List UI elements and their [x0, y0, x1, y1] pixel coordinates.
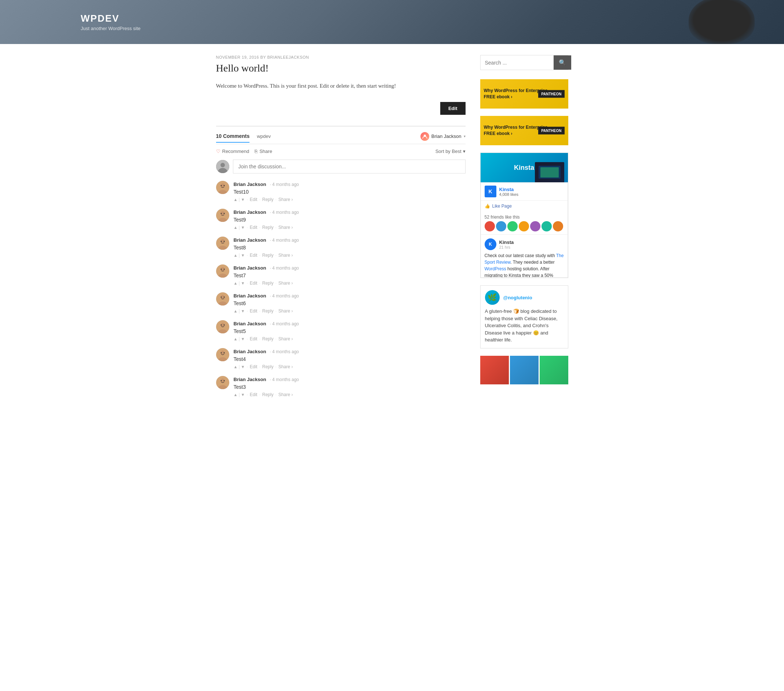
comments-header: 10 Comments wpdev Brian Jackson ▾: [216, 132, 466, 144]
downvote-btn-6[interactable]: ▼: [241, 365, 245, 369]
share-link-6[interactable]: Share ›: [278, 364, 293, 369]
svg-point-17: [221, 268, 222, 270]
fb-laptop-image: [535, 162, 564, 182]
reply-link-5[interactable]: Reply: [262, 336, 274, 341]
chevron-down-icon[interactable]: ▾: [464, 134, 466, 138]
comment-item: Brian Jackson · 4 months ago Test9 ▲ | ▼…: [216, 209, 466, 230]
edit-link-4[interactable]: Edit: [250, 308, 257, 314]
search-box: 🔍: [480, 55, 568, 70]
svg-point-21: [221, 296, 222, 298]
comment-time-7: · 4 months ago: [270, 377, 299, 382]
reply-link-3[interactable]: Reply: [262, 281, 274, 286]
reply-link-4[interactable]: Reply: [262, 308, 274, 314]
edit-link-7[interactable]: Edit: [250, 392, 257, 397]
comment-item: Brian Jackson · 4 months ago Test10 ▲ | …: [216, 181, 466, 202]
downvote-btn-2[interactable]: ▼: [241, 253, 245, 257]
comment-actions-4: ▲ | ▼ · Edit · Reply · Share ›: [234, 308, 466, 314]
fb-friend-av-4: [519, 221, 529, 232]
comment-body-1: Brian Jackson · 4 months ago Test9 ▲ | ▼…: [234, 209, 466, 230]
edit-link-1[interactable]: Edit: [250, 225, 257, 230]
upvote-btn-4[interactable]: ▲: [234, 309, 238, 313]
edit-button[interactable]: Edit: [440, 102, 466, 115]
share-link-5[interactable]: Share ›: [278, 336, 293, 341]
downvote-btn-7[interactable]: ▼: [241, 392, 245, 397]
reply-link-2[interactable]: Reply: [262, 253, 274, 258]
share-link-3[interactable]: Share ›: [278, 281, 293, 286]
ad-banner-1[interactable]: Why WordPress for EnterpriseFREE ebook ›…: [480, 79, 568, 109]
post-article: NOVEMBER 19, 2016 BY BRIANLEEJACKSON Hel…: [216, 55, 466, 91]
comments-action-left: ♡ Recommend ⎘ Share: [216, 148, 272, 154]
search-button[interactable]: 🔍: [553, 55, 571, 70]
edit-link-3[interactable]: Edit: [250, 281, 257, 286]
downvote-btn-3[interactable]: ▼: [241, 281, 245, 285]
edit-link-0[interactable]: Edit: [250, 197, 257, 202]
sort-button[interactable]: Sort by Best ▾: [435, 148, 466, 154]
comment-text-3: Test7: [234, 273, 466, 278]
twitter-text: A gluten-free 🍞 blog dedicated to helpin…: [485, 308, 563, 344]
edit-link-2[interactable]: Edit: [250, 253, 257, 258]
share-link-0[interactable]: Share ›: [278, 197, 293, 202]
edit-link-6[interactable]: Edit: [250, 364, 257, 369]
share-link-4[interactable]: Share ›: [278, 308, 293, 314]
recommend-button[interactable]: ♡ Recommend: [216, 148, 249, 154]
grid-image-2[interactable]: [510, 356, 539, 384]
comment-body-4: Brian Jackson · 4 months ago Test6 ▲ | ▼…: [234, 292, 466, 314]
edit-link-5[interactable]: Edit: [250, 336, 257, 341]
twitter-handle[interactable]: @noglutenio: [503, 295, 532, 300]
pantheon-label-1: PANTHEON: [541, 92, 561, 96]
downvote-btn-1[interactable]: ▼: [241, 225, 245, 230]
svg-point-30: [223, 352, 224, 353]
upvote-btn-6[interactable]: ▲: [234, 365, 238, 369]
svg-point-9: [221, 213, 222, 214]
svg-point-29: [221, 352, 222, 353]
comment-avatar-5: [216, 320, 229, 333]
comment-actions-7: ▲ | ▼ · Edit · Reply · Share ›: [234, 392, 466, 397]
downvote-btn-4[interactable]: ▼: [241, 309, 245, 313]
reply-link-1[interactable]: Reply: [262, 225, 274, 230]
fb-poster-name: Kinsta: [499, 240, 514, 245]
share-link-1[interactable]: Share ›: [278, 225, 293, 230]
upvote-btn-2[interactable]: ▲: [234, 253, 238, 257]
upvote-btn-0[interactable]: ▲: [234, 197, 238, 202]
post-meta: NOVEMBER 19, 2016 BY BRIANLEEJACKSON: [216, 55, 466, 59]
grid-image-3[interactable]: [540, 356, 568, 384]
fb-likes: 4,008 likes: [499, 192, 519, 197]
grid-image-1[interactable]: [480, 356, 509, 384]
twitter-header: 🌿 @noglutenio: [485, 290, 563, 305]
user-avatar: [420, 132, 429, 141]
comment-time-6: · 4 months ago: [270, 349, 299, 354]
comment-author-2: Brian Jackson: [234, 237, 266, 243]
svg-point-14: [223, 240, 224, 242]
fb-scrollable[interactable]: K Kinsta 4,008 likes 👍 Like Page 52 frie…: [481, 182, 568, 278]
upvote-btn-1[interactable]: ▲: [234, 225, 238, 230]
upvote-btn-7[interactable]: ▲: [234, 392, 238, 397]
sport-review-link[interactable]: The Sport Review: [485, 253, 564, 265]
reply-link-7[interactable]: Reply: [262, 392, 274, 397]
comment-avatar-1: [216, 209, 229, 222]
reply-link-6[interactable]: Reply: [262, 364, 274, 369]
share-link-7[interactable]: Share ›: [278, 392, 293, 397]
fb-like-button[interactable]: 👍 Like Page: [485, 204, 564, 209]
share-button[interactable]: ⎘ Share: [255, 148, 272, 154]
downvote-btn-0[interactable]: ▼: [241, 197, 245, 202]
svg-point-6: [223, 185, 224, 186]
svg-point-5: [221, 185, 222, 186]
fb-post-time: 21 hrs: [499, 245, 514, 249]
twitter-avatar: 🌿: [485, 290, 500, 305]
comment-text-1: Test9: [234, 217, 466, 223]
comments-count: 10 Comments: [216, 133, 250, 143]
upvote-btn-5[interactable]: ▲: [234, 337, 238, 341]
comment-input[interactable]: [233, 160, 466, 173]
upvote-btn-3[interactable]: ▲: [234, 281, 238, 285]
downvote-btn-5[interactable]: ▼: [241, 337, 245, 341]
reply-link-0[interactable]: Reply: [262, 197, 274, 202]
fb-page-name: Kinsta: [499, 187, 519, 192]
search-input[interactable]: [481, 55, 553, 70]
wordpress-link[interactable]: WordPress: [485, 266, 506, 271]
comment-time-3: · 4 months ago: [270, 265, 299, 271]
share-link-2[interactable]: Share ›: [278, 253, 293, 258]
comment-body-0: Brian Jackson · 4 months ago Test10 ▲ | …: [234, 181, 466, 202]
comment-avatar-4: [216, 292, 229, 306]
search-icon: 🔍: [559, 59, 566, 66]
ad-banner-2[interactable]: Why WordPress for EnterpriseFREE ebook ›…: [480, 116, 568, 145]
